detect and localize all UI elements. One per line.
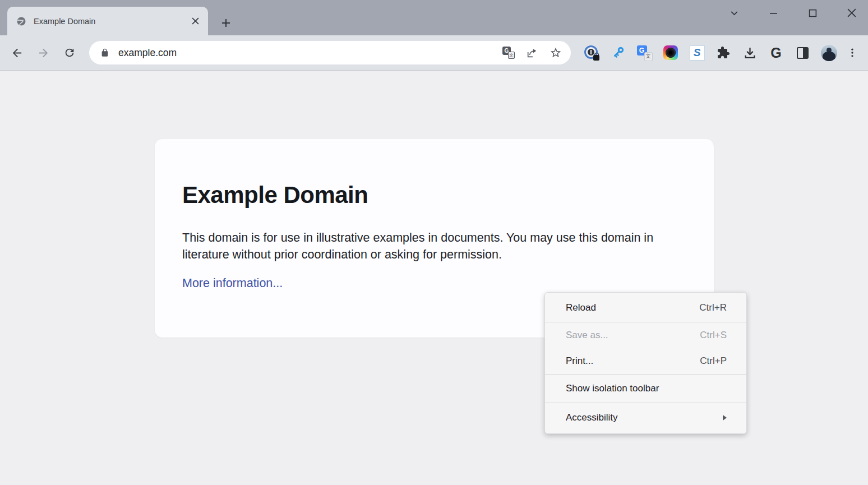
browser-menu-kebab-icon[interactable] (843, 44, 861, 62)
menu-item-label: Print... (566, 355, 700, 367)
google-translate-extension-icon[interactable]: G 文 (635, 44, 653, 62)
page-title: Example Domain (182, 182, 686, 209)
profile-avatar[interactable] (820, 44, 838, 62)
share-icon[interactable] (523, 43, 542, 62)
forward-button[interactable] (33, 43, 53, 63)
tab-close-icon[interactable] (189, 15, 201, 27)
page-paragraph: This domain is for use in illustrative e… (182, 230, 686, 263)
page-viewport: Example Domain This domain is for use in… (0, 71, 868, 485)
reload-button[interactable] (59, 43, 80, 63)
menu-item-reload[interactable]: Reload Ctrl+R (545, 294, 746, 322)
back-button[interactable] (7, 43, 27, 63)
lock-icon[interactable] (100, 48, 109, 58)
close-window-button[interactable] (839, 1, 865, 25)
menu-item-shortcut: Ctrl+R (699, 302, 727, 313)
menu-item-save-as[interactable]: Save as... Ctrl+S (545, 322, 746, 348)
menu-item-label: Reload (566, 302, 699, 313)
browser-toolbar: example.com G 文 (0, 35, 868, 71)
bookmark-star-icon[interactable] (546, 43, 565, 62)
menu-item-shortcut: Ctrl+P (700, 355, 727, 367)
globe-favicon-icon (16, 16, 26, 26)
key-extension-icon[interactable] (609, 44, 627, 62)
menu-item-shortcut: Ctrl+S (700, 330, 727, 341)
menu-item-accessibility[interactable]: Accessibility (545, 403, 746, 432)
camera-extension-icon[interactable] (662, 44, 680, 62)
downloads-icon[interactable] (741, 44, 759, 62)
url-text[interactable]: example.com (118, 47, 495, 59)
address-bar[interactable]: example.com G 文 (89, 41, 571, 64)
context-menu: Reload Ctrl+R Save as... Ctrl+S Print...… (544, 292, 747, 434)
tab-search-chevron-icon[interactable] (721, 1, 747, 25)
browser-window: Example Domain (0, 0, 868, 485)
tab-title: Example Domain (34, 17, 189, 26)
menu-item-print[interactable]: Print... Ctrl+P (545, 348, 746, 374)
menu-item-label: Save as... (566, 330, 700, 341)
browser-tab[interactable]: Example Domain (7, 7, 208, 35)
menu-item-show-isolation-toolbar[interactable]: Show isolation toolbar (545, 375, 746, 403)
menu-item-label: Show isolation toolbar (566, 383, 727, 394)
submenu-arrow-icon (723, 415, 727, 421)
extensions-puzzle-icon[interactable] (714, 44, 732, 62)
side-panel-icon[interactable] (793, 44, 811, 62)
window-controls (708, 0, 865, 26)
more-information-link[interactable]: More information... (182, 276, 283, 290)
s-extension-icon[interactable]: S (688, 44, 706, 62)
new-tab-button[interactable] (218, 15, 234, 31)
menu-item-label: Accessibility (566, 412, 723, 423)
translate-page-icon[interactable]: G 文 (499, 43, 518, 62)
google-account-icon[interactable]: G (767, 44, 785, 62)
tab-strip: Example Domain (0, 0, 868, 35)
maximize-button[interactable] (800, 1, 825, 25)
1password-extension-icon[interactable] (583, 44, 601, 62)
minimize-button[interactable] (760, 1, 786, 25)
